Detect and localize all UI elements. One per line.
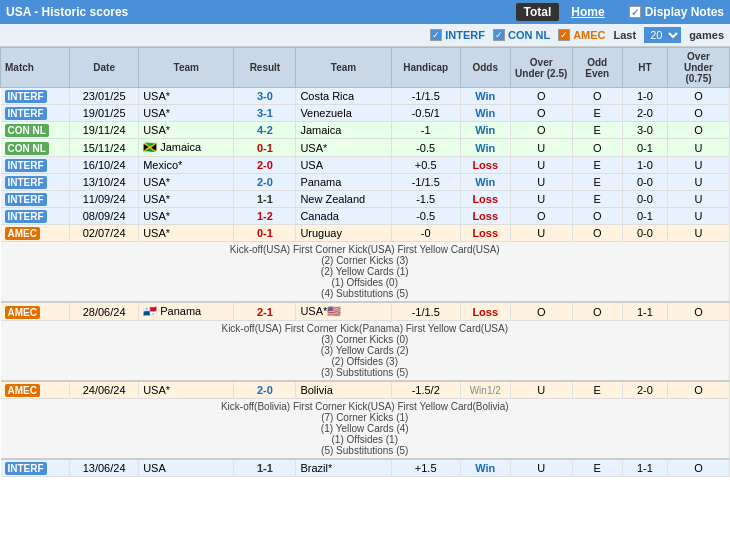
odds-value: Win xyxy=(460,174,510,191)
competition-tag: AMEC xyxy=(5,227,40,240)
odds-value: Loss xyxy=(460,302,510,321)
team1-name: Mexico* xyxy=(139,157,234,174)
ou25-value: O xyxy=(510,208,572,225)
notes-row: Kick-off(USA) First Corner Kick(Panama) … xyxy=(1,321,730,382)
ht-score: 0-0 xyxy=(622,191,667,208)
filter-connl-checkbox[interactable]: ✓ xyxy=(493,29,505,41)
oe-value: O xyxy=(572,225,622,242)
team2-name: USA*🇺🇸 xyxy=(296,302,391,321)
handicap-value: -1 xyxy=(391,122,460,139)
oe-value: O xyxy=(572,139,622,157)
match-date: 28/06/24 xyxy=(70,302,139,321)
ou075-value: U xyxy=(667,139,729,157)
match-tag: INTERF xyxy=(1,459,70,477)
match-date: 23/01/25 xyxy=(70,88,139,105)
handicap-value: -0.5 xyxy=(391,139,460,157)
odds-value: Win1/2 xyxy=(460,381,510,399)
team1-name: 🇯🇲 Jamaica xyxy=(139,139,234,157)
ht-score: 1-1 xyxy=(622,302,667,321)
col-team1: Team xyxy=(139,48,234,88)
match-date: 13/06/24 xyxy=(70,459,139,477)
display-notes-label: Display Notes xyxy=(645,5,724,19)
team1-name: USA* xyxy=(139,208,234,225)
team1-name: 🇵🇦 Panama xyxy=(139,302,234,321)
match-date: 11/09/24 xyxy=(70,191,139,208)
filter-amec-checkbox[interactable]: ✓ xyxy=(558,29,570,41)
oe-value: E xyxy=(572,459,622,477)
notes-content: Kick-off(USA) First Corner Kick(Panama) … xyxy=(1,321,730,382)
ou075-value: O xyxy=(667,88,729,105)
tab-total[interactable]: Total xyxy=(516,3,560,21)
ou075-value: U xyxy=(667,208,729,225)
table-row: AMEC 24/06/24 USA* 2-0 Bolivia -1.5/2 Wi… xyxy=(1,381,730,399)
ou25-value: U xyxy=(510,191,572,208)
ou075-value: U xyxy=(667,191,729,208)
notes-row: Kick-off(Bolivia) First Corner Kick(USA)… xyxy=(1,399,730,460)
filter-amec-label: AMEC xyxy=(573,29,605,41)
page-title: USA - Historic scores xyxy=(6,5,516,19)
col-date: Date xyxy=(70,48,139,88)
ht-score: 1-1 xyxy=(622,459,667,477)
odds-value: Loss xyxy=(460,208,510,225)
match-score: 0-1 xyxy=(234,139,296,157)
filter-interf[interactable]: ✓ INTERF xyxy=(430,29,485,41)
col-ou075: Over Under (0.75) xyxy=(667,48,729,88)
table-row: INTERF 19/01/25 USA* 3-1 Venezuela -0.5/… xyxy=(1,105,730,122)
match-tag: CON NL xyxy=(1,122,70,139)
competition-tag: INTERF xyxy=(5,107,47,120)
ht-score: 1-0 xyxy=(622,157,667,174)
competition-tag: AMEC xyxy=(5,384,40,397)
display-notes-toggle[interactable]: ✓ Display Notes xyxy=(629,5,724,19)
filter-connl[interactable]: ✓ CON NL xyxy=(493,29,550,41)
ou075-value: O xyxy=(667,105,729,122)
ou075-value: O xyxy=(667,381,729,399)
oe-value: E xyxy=(572,122,622,139)
table-row: INTERF 11/09/24 USA* 1-1 New Zealand -1.… xyxy=(1,191,730,208)
ou075-value: U xyxy=(667,157,729,174)
team2-name: Brazil* xyxy=(296,459,391,477)
match-score: 3-0 xyxy=(234,88,296,105)
team1-name: USA* xyxy=(139,88,234,105)
table-row: AMEC 02/07/24 USA* 0-1 Uruguay -0 Loss U… xyxy=(1,225,730,242)
ou075-value: O xyxy=(667,122,729,139)
filter-interf-checkbox[interactable]: ✓ xyxy=(430,29,442,41)
header-bar: USA - Historic scores Total Home ✓ Displ… xyxy=(0,0,730,24)
handicap-value: -1/1.5 xyxy=(391,174,460,191)
ou25-value: O xyxy=(510,105,572,122)
ou25-value: U xyxy=(510,157,572,174)
competition-tag: INTERF xyxy=(5,159,47,172)
notes-row: Kick-off(USA) First Corner Kick(USA) Fir… xyxy=(1,242,730,303)
tab-home[interactable]: Home xyxy=(563,3,612,21)
handicap-value: -1/1.5 xyxy=(391,88,460,105)
filter-amec[interactable]: ✓ AMEC xyxy=(558,29,605,41)
match-date: 19/01/25 xyxy=(70,105,139,122)
match-tag: INTERF xyxy=(1,157,70,174)
oe-value: E xyxy=(572,105,622,122)
col-oe: Odd Even xyxy=(572,48,622,88)
competition-tag: AMEC xyxy=(5,306,40,319)
table-row: AMEC 28/06/24 🇵🇦 Panama 2-1 USA*🇺🇸 -1/1.… xyxy=(1,302,730,321)
table-row: INTERF 23/01/25 USA* 3-0 Costa Rica -1/1… xyxy=(1,88,730,105)
team2-name: USA* xyxy=(296,139,391,157)
team2-name: Venezuela xyxy=(296,105,391,122)
handicap-value: +1.5 xyxy=(391,459,460,477)
ou25-value: U xyxy=(510,174,572,191)
table-row: INTERF 16/10/24 Mexico* 2-0 USA +0.5 Los… xyxy=(1,157,730,174)
match-score: 4-2 xyxy=(234,122,296,139)
last-select[interactable]: 20105 xyxy=(644,27,681,43)
team2-name: Bolivia xyxy=(296,381,391,399)
match-tag: AMEC xyxy=(1,302,70,321)
ou25-value: U xyxy=(510,139,572,157)
match-tag: INTERF xyxy=(1,88,70,105)
ou25-value: O xyxy=(510,122,572,139)
handicap-value: -0.5/1 xyxy=(391,105,460,122)
odds-value: Loss xyxy=(460,157,510,174)
match-tag: AMEC xyxy=(1,225,70,242)
display-notes-checkbox[interactable]: ✓ xyxy=(629,6,641,18)
ou075-value: O xyxy=(667,459,729,477)
filter-connl-label: CON NL xyxy=(508,29,550,41)
oe-value: E xyxy=(572,157,622,174)
team1-name: USA* xyxy=(139,381,234,399)
odds-value: Loss xyxy=(460,191,510,208)
handicap-value: -0 xyxy=(391,225,460,242)
